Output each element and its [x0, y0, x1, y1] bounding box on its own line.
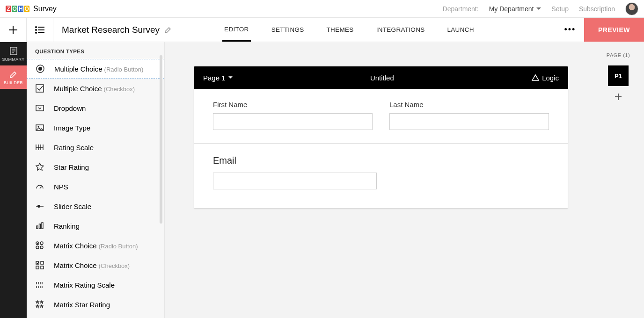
department-picker[interactable]: My Department [489, 5, 542, 13]
svg-point-18 [37, 243, 38, 244]
more-button[interactable]: ••• [556, 18, 584, 42]
svg-rect-15 [39, 224, 41, 229]
add-page-button[interactable] [615, 94, 622, 100]
qtype-item[interactable]: Matrix Choice(Radio Button) [27, 236, 164, 255]
svg-rect-1 [38, 27, 44, 28]
new-survey-button[interactable] [0, 18, 27, 42]
svg-point-21 [40, 246, 43, 249]
tab-editor[interactable]: EDITOR [222, 18, 251, 42]
brand: ZOHO Survey [6, 5, 57, 13]
qtype-item[interactable]: Matrix Rating Scale [27, 275, 164, 295]
qtype-label: Matrix Choice(Radio Button) [54, 242, 138, 250]
page-chip-1[interactable]: P1 [608, 65, 629, 86]
tab-integrations[interactable]: INTEGRATIONS [374, 18, 427, 42]
tab-settings[interactable]: SETTINGS [270, 18, 306, 42]
svg-point-20 [36, 246, 39, 249]
matrixstar-icon [35, 300, 44, 309]
svg-rect-10 [36, 105, 44, 111]
list-icon [35, 26, 44, 34]
qtype-label: Slider Scale [54, 202, 91, 210]
canvas: Page 1 Untitled Logic First Name [165, 42, 593, 318]
setup-link[interactable]: Setup [551, 5, 569, 13]
dropdown-icon [35, 103, 44, 113]
page-selector[interactable]: Page 1 [203, 74, 233, 82]
rail-summary[interactable]: SUMMARY [0, 42, 27, 65]
qtype-label: Dropdown [54, 104, 86, 112]
qtype-item[interactable]: NPS [27, 177, 164, 196]
rating-icon [35, 143, 44, 152]
svg-point-8 [38, 67, 42, 71]
svg-rect-9 [36, 85, 44, 92]
qtype-item[interactable]: Matrix Star Rating [27, 295, 164, 314]
chevron-down-icon [228, 76, 233, 79]
logic-button[interactable]: Logic [532, 74, 559, 82]
question-types-caption: QUESTION TYPES [27, 42, 164, 59]
question-email[interactable]: Email [194, 144, 568, 209]
ranking-icon [35, 221, 44, 231]
scrollbar[interactable] [160, 55, 162, 224]
qtype-item[interactable]: Multiple Choice(Checkbox) [27, 79, 164, 98]
top-header: ZOHO Survey Department: My Department Se… [0, 0, 644, 18]
rail-builder[interactable]: BUILDER [0, 65, 27, 89]
last-name-col: Last Name [389, 101, 549, 130]
surveys-list-button[interactable] [27, 18, 53, 42]
body: SUMMARY BUILDER QUESTION TYPES Multiple … [0, 42, 644, 318]
qtype-label: Matrix Choice(Checkbox) [54, 261, 130, 269]
page-nav: PAGE (1) P1 [593, 42, 644, 318]
qtype-item[interactable]: Multiple Choice(Radio Button) [27, 59, 164, 79]
logic-label: Logic [542, 74, 559, 82]
radio-icon [36, 64, 45, 73]
chevron-down-icon [536, 7, 541, 10]
avatar[interactable] [625, 2, 638, 15]
star-icon [35, 162, 44, 172]
last-name-input[interactable] [389, 113, 549, 130]
svg-rect-24 [36, 266, 39, 269]
matrixradio-icon [35, 241, 44, 250]
gauge-icon [35, 182, 44, 191]
svg-point-2 [35, 29, 37, 31]
name-row: First Name Last Name [213, 101, 549, 130]
qtype-label: Ranking [54, 222, 80, 230]
svg-rect-14 [37, 226, 38, 229]
question-name[interactable]: First Name Last Name [194, 89, 568, 144]
plus-icon [615, 94, 622, 100]
svg-rect-5 [38, 32, 44, 33]
checkbox-icon [35, 84, 44, 93]
page-name[interactable]: Untitled [233, 74, 532, 82]
toolbar: Market Research Survey EDITOR SETTINGS T… [0, 18, 644, 42]
qtype-label: Star Rating [54, 163, 89, 171]
department-value: My Department [489, 5, 534, 13]
pencil-icon[interactable] [164, 26, 172, 34]
tab-launch[interactable]: LAUNCH [445, 18, 476, 42]
email-input[interactable] [213, 173, 377, 189]
qtype-item[interactable]: Star Rating [27, 157, 164, 177]
zoho-logo: ZOHO [6, 6, 29, 12]
svg-rect-16 [42, 223, 43, 229]
rail-builder-label: BUILDER [4, 80, 23, 85]
qtype-label: Multiple Choice(Checkbox) [54, 85, 135, 93]
tab-themes[interactable]: THEMES [325, 18, 356, 42]
qtype-item[interactable]: Rating Scale [27, 137, 164, 157]
svg-point-19 [40, 242, 43, 245]
qtype-item[interactable]: Slider Scale [27, 196, 164, 216]
logic-icon [532, 74, 539, 81]
qtype-label: Matrix Star Rating [54, 301, 110, 309]
qtype-item[interactable]: Ranking [27, 216, 164, 236]
page-bar: Page 1 Untitled Logic [194, 66, 568, 89]
qtype-label: Matrix Rating Scale [54, 281, 115, 289]
ellipsis-icon: ••• [564, 25, 576, 35]
top-right: Department: My Department Setup Subscrip… [443, 2, 638, 15]
subscription-link[interactable]: Subscription [579, 5, 615, 13]
qtype-label: Multiple Choice(Radio Button) [54, 65, 143, 73]
qtype-item[interactable]: Matrix Choice(Checkbox) [27, 255, 164, 275]
qtype-item[interactable]: Image Type [27, 118, 164, 137]
survey-page: Page 1 Untitled Logic First Name [194, 66, 568, 209]
question-types-list[interactable]: Multiple Choice(Radio Button)Multiple Ch… [27, 59, 164, 318]
qtype-label: Image Type [54, 124, 90, 132]
preview-button[interactable]: PREVIEW [584, 18, 644, 42]
first-name-input[interactable] [213, 113, 373, 130]
question-types-panel: QUESTION TYPES Multiple Choice(Radio But… [27, 42, 165, 318]
plus-icon [9, 26, 17, 34]
qtype-item[interactable]: Dropdown [27, 98, 164, 118]
qtype-label: NPS [54, 183, 68, 191]
